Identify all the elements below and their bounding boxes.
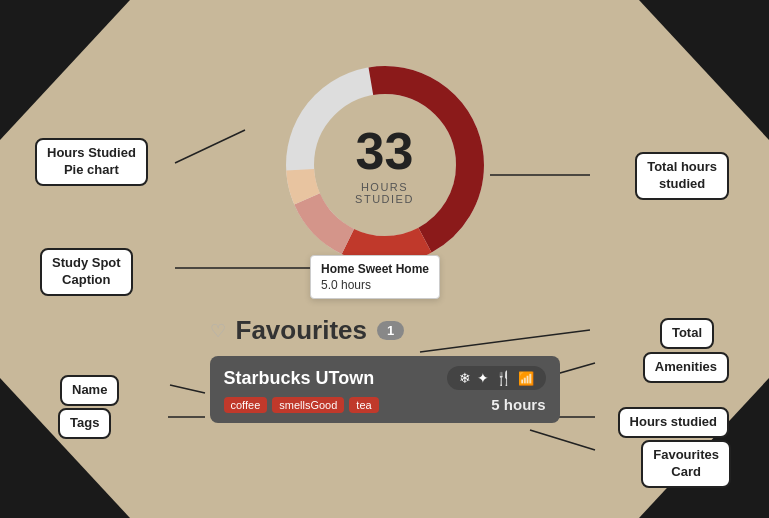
- annotation-name: Name: [60, 375, 119, 406]
- annotation-favourites-card-text: FavouritesCard: [653, 447, 719, 479]
- favourite-card[interactable]: Starbucks UTown ❄ ✦ 🍴 📶 coffee smellsGoo…: [210, 356, 560, 423]
- amenity-star-icon: ✦: [477, 370, 489, 386]
- chart-tooltip: Home Sweet Home 5.0 hours: [310, 255, 440, 299]
- card-top-row: Starbucks UTown ❄ ✦ 🍴 📶: [224, 366, 546, 390]
- card-hours: 5 hours: [491, 396, 545, 413]
- annotation-name-text: Name: [72, 382, 107, 397]
- annotation-tags: Tags: [58, 408, 111, 439]
- card-amenities: ❄ ✦ 🍴 📶: [447, 366, 546, 390]
- card-tags: coffee smellsGood tea: [224, 397, 379, 413]
- annotation-hours-studied-text: Hours studied: [630, 414, 717, 429]
- annotation-pie-chart-text: Hours StudiedPie chart: [47, 145, 136, 177]
- annotation-pie-chart: Hours StudiedPie chart: [35, 138, 148, 186]
- card-name: Starbucks UTown: [224, 368, 375, 389]
- annotation-total-hours-text: Total hoursstudied: [647, 159, 717, 191]
- amenity-wifi-icon: 📶: [518, 371, 534, 386]
- donut-chart: 33 HOURS STUDIED: [275, 55, 495, 275]
- favourites-count-badge: 1: [377, 321, 404, 340]
- annotation-study-spot: Study SpotCaption: [40, 248, 133, 296]
- tag-smells-good: smellsGood: [272, 397, 344, 413]
- tag-tea: tea: [349, 397, 378, 413]
- tooltip-name: Home Sweet Home: [321, 262, 429, 276]
- annotation-tags-text: Tags: [70, 415, 99, 430]
- annotation-hours-studied: Hours studied: [618, 407, 729, 438]
- favourites-header: ♡ Favourites 1: [210, 315, 560, 346]
- favourites-title: Favourites: [236, 315, 368, 346]
- annotation-total-hours: Total hoursstudied: [635, 152, 729, 200]
- annotation-amenities: Amenities: [643, 352, 729, 383]
- amenity-food-icon: 🍴: [495, 370, 512, 386]
- annotation-favourites-card: FavouritesCard: [641, 440, 731, 488]
- annotation-amenities-text: Amenities: [655, 359, 717, 374]
- tooltip-hours: 5.0 hours: [321, 278, 429, 292]
- annotation-study-spot-text: Study SpotCaption: [52, 255, 121, 287]
- tag-coffee: coffee: [224, 397, 268, 413]
- amenity-cold-icon: ❄: [459, 370, 471, 386]
- donut-center: 33 HOURS STUDIED: [330, 125, 440, 205]
- card-bottom-row: coffee smellsGood tea 5 hours: [224, 396, 546, 413]
- favourites-section: ♡ Favourites 1 Starbucks UTown ❄ ✦ 🍴 📶 c…: [210, 315, 560, 423]
- hours-studied-label: HOURS STUDIED: [330, 181, 440, 205]
- heart-icon: ♡: [210, 320, 226, 342]
- annotation-total-text: Total: [672, 325, 702, 340]
- total-hours-number: 33: [330, 125, 440, 177]
- annotation-total: Total: [660, 318, 714, 349]
